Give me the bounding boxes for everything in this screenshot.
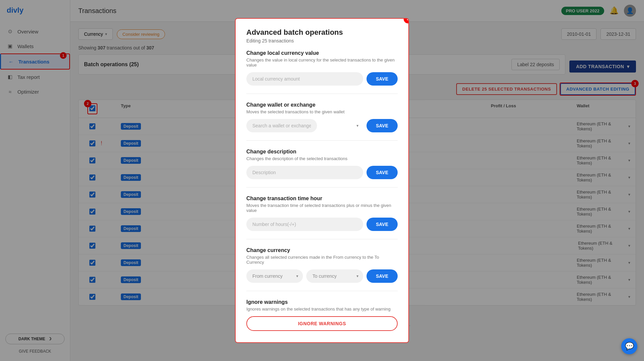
section-currency: Change currency Changes all selected cur… <box>246 247 398 291</box>
section-desc-wallet: Moves the selected transactions to the g… <box>246 109 398 114</box>
save-description-button[interactable]: SAVE <box>367 166 398 179</box>
section-title-description: Change description <box>246 149 398 155</box>
section-title-local-currency: Change local currency value <box>246 50 398 56</box>
wallet-search-input[interactable] <box>246 119 317 132</box>
section-title-wallet: Change wallet or exchange <box>246 102 398 108</box>
section-local-currency: Change local currency value Changes the … <box>246 50 398 94</box>
section-description: Change description Changes the descripti… <box>246 149 398 188</box>
wallet-row: ▾ SAVE <box>246 119 398 132</box>
modal-subtitle: Editing 25 transactions <box>246 38 398 43</box>
description-row: SAVE <box>246 166 398 179</box>
save-wallet-button[interactable]: SAVE <box>367 119 398 132</box>
save-local-currency-button[interactable]: SAVE <box>367 72 398 86</box>
chevron-down-icon: ▾ <box>356 123 358 128</box>
save-time-hour-button[interactable]: SAVE <box>367 218 398 231</box>
wallet-select-wrapper: ▾ <box>246 119 363 132</box>
section-title-time-hour: Change transaction time hour <box>246 196 398 202</box>
section-desc-currency: Changes all selected currencies made in … <box>246 255 398 265</box>
currency-row: From currency ▾ To currency ▾ SAVE <box>246 269 398 283</box>
section-desc-description: Changes the description of the selected … <box>246 156 398 161</box>
section-ignore-warnings: Ignore warnings Ignores warnings on the … <box>246 299 398 339</box>
section-title-ignore-warnings: Ignore warnings <box>246 299 398 305</box>
advanced-batch-modal: 4 Advanced batch operations Editing 25 t… <box>235 18 409 343</box>
time-hour-row: SAVE <box>246 218 398 231</box>
modal-overlay[interactable]: 4 Advanced batch operations Editing 25 t… <box>0 0 644 361</box>
local-currency-row: SAVE <box>246 72 398 86</box>
section-desc-ignore-warnings: Ignores warnings on the selected transac… <box>246 307 398 312</box>
from-currency-select[interactable]: From currency <box>246 269 303 283</box>
local-currency-input[interactable] <box>246 72 363 86</box>
section-wallet: Change wallet or exchange Moves the sele… <box>246 102 398 141</box>
section-time-hour: Change transaction time hour Moves the t… <box>246 196 398 239</box>
modal-title: Advanced batch operations <box>246 28 398 37</box>
ignore-warnings-button[interactable]: IGNORE WARNINGS <box>246 316 398 331</box>
section-title-currency: Change currency <box>246 247 398 253</box>
save-currency-button[interactable]: SAVE <box>367 269 398 283</box>
from-currency-wrapper: From currency ▾ <box>246 269 303 283</box>
section-desc-local-currency: Changes the value in local currency for … <box>246 57 398 68</box>
description-input[interactable] <box>246 166 363 179</box>
section-desc-time-hour: Moves the transaction time of selected t… <box>246 203 398 213</box>
chat-icon: 💬 <box>625 342 634 351</box>
to-currency-wrapper: To currency ▾ <box>306 269 363 283</box>
badge-4: 4 <box>404 18 409 23</box>
to-currency-select[interactable]: To currency <box>306 269 363 283</box>
time-hour-input[interactable] <box>246 218 363 231</box>
chat-button[interactable]: 💬 <box>621 338 637 354</box>
